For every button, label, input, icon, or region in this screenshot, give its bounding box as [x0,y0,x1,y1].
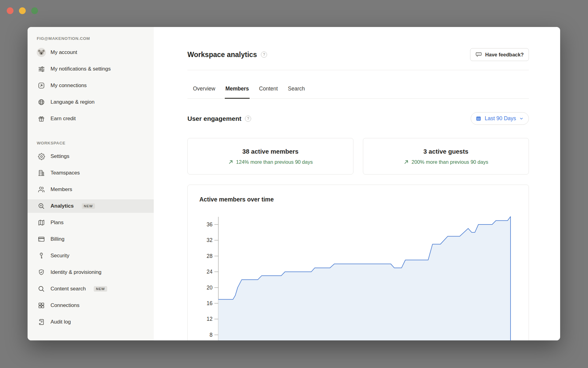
key-icon [37,251,46,260]
sidebar-item-members[interactable]: Members [28,183,154,196]
tab-search[interactable]: Search [287,70,305,99]
sliders-icon [37,64,46,74]
page-title: Workspace analytics [187,51,257,59]
trend-up-arrow-icon [404,159,409,165]
sidebar-item-plans[interactable]: Plans [28,216,154,229]
y-tick-label: 28 [207,253,213,259]
sidebar-item-label: Plans [51,217,64,228]
chart-area-fill [218,217,511,340]
tab-content[interactable]: Content [258,70,278,99]
calendar-icon [475,115,482,122]
settings-dialog: FIG@MAKENOTION.COM My account [28,27,560,340]
sidebar-item-earn-credit[interactable]: Earn credit [28,112,154,125]
feedback-button-label: Have feedback? [485,52,524,58]
minimize-window-button[interactable] [19,7,26,14]
y-tick-label: 12 [207,316,213,322]
chart-title: Active members over time [199,196,274,203]
analytics-tabs: Overview Members Content Search [187,70,529,99]
sidebar-item-billing[interactable]: Billing [28,232,154,246]
y-tick-label: 32 [207,237,213,243]
date-range-dropdown[interactable]: Last 90 Days [471,112,529,125]
sidebar-item-settings[interactable]: Settings [28,150,154,163]
scroll-icon [37,317,46,327]
sidebar-item-label: Identity & provisioning [51,267,101,278]
stat-value: 3 active guests [424,148,469,155]
help-icon[interactable]: ? [245,116,251,122]
sidebar-item-analytics[interactable]: Analytics NEW [28,199,154,213]
new-badge: NEW [94,286,107,292]
date-range-value: Last 90 Days [485,115,516,122]
sidebar-item-connections[interactable]: Connections [28,299,154,312]
active-guests-stat-card: 3 active guests 200% more than previous … [363,138,529,174]
y-tick-label: 20 [207,285,213,291]
sidebar-item-label: Teamspaces [51,168,80,178]
sidebar-item-label: My connections [51,80,87,91]
trend-text: 124% more than previous 90 days [236,159,313,165]
search-icon [37,284,46,293]
zoom-window-button[interactable] [31,7,38,14]
active-members-area-chart: 363228242016128 [188,216,529,340]
workspace-section-label: WORKSPACE [37,141,154,145]
gear-icon [37,152,46,161]
y-tick-label: 36 [207,221,213,228]
speech-bubble-icon [475,51,482,58]
y-tick-label: 8 [209,332,213,338]
sidebar-item-label: Content search [51,284,86,294]
sidebar-item-security[interactable]: Security [28,249,154,263]
sidebar-item-my-connections[interactable]: My connections [28,79,154,92]
sidebar-item-label: Earn credit [51,113,76,124]
active-members-stat-card: 38 active members 124% more than previou… [187,138,353,174]
credit-card-icon [37,235,46,244]
new-badge: NEW [82,203,95,209]
building-icon [37,168,46,178]
chevron-down-icon [519,116,524,121]
sidebar-item-label: Audit log [51,317,71,327]
analytics-magnifier-icon [37,201,46,211]
sidebar-item-my-account[interactable]: My account [28,46,154,59]
sidebar-item-label: Members [51,184,72,195]
sidebar-item-label: Analytics [51,201,74,211]
stat-value: 38 active members [242,148,298,155]
user-avatar [37,48,46,57]
sidebar-item-content-search[interactable]: Content search NEW [28,282,154,296]
tab-members[interactable]: Members [225,70,250,99]
sidebar-item-notifications-settings[interactable]: My notifications & settings [28,62,154,76]
sidebar-item-label: My notifications & settings [51,64,111,74]
account-email-label: FIG@MAKENOTION.COM [37,36,154,41]
sidebar-item-label: Connections [51,300,80,311]
trend-text: 200% more than previous 90 days [412,159,488,165]
sidebar-item-label: Language & region [51,97,95,107]
have-feedback-button[interactable]: Have feedback? [470,48,529,61]
sidebar-item-audit-log[interactable]: Audit log [28,315,154,329]
sidebar-item-language-region[interactable]: Language & region [28,95,154,109]
y-tick-label: 24 [207,269,213,275]
gift-icon [37,114,46,123]
tab-overview[interactable]: Overview [192,70,216,99]
arrow-up-right-box-icon [37,81,46,90]
sidebar-item-label: Security [51,251,69,261]
sidebar-item-label: My account [51,47,77,58]
sidebar-item-identity-provisioning[interactable]: Identity & provisioning [28,266,154,279]
section-title: User engagement [187,115,241,122]
people-icon [37,185,46,194]
shield-check-icon [37,268,46,277]
settings-sidebar: FIG@MAKENOTION.COM My account [28,27,154,340]
sidebar-item-label: Billing [51,234,64,244]
globe-icon [37,98,46,107]
help-icon[interactable]: ? [261,52,267,58]
grid-icon [37,301,46,310]
trend-up-arrow-icon [228,159,233,165]
sidebar-item-teamspaces[interactable]: Teamspaces [28,166,154,180]
window-controls [7,7,38,14]
map-icon [37,218,46,227]
sidebar-item-label: Settings [51,151,69,162]
active-members-chart-card: Active members over time 363228242016128 [187,185,529,340]
analytics-panel: Workspace analytics ? Have feedback? [154,27,560,340]
y-tick-label: 16 [207,300,213,306]
close-window-button[interactable] [7,7,13,14]
